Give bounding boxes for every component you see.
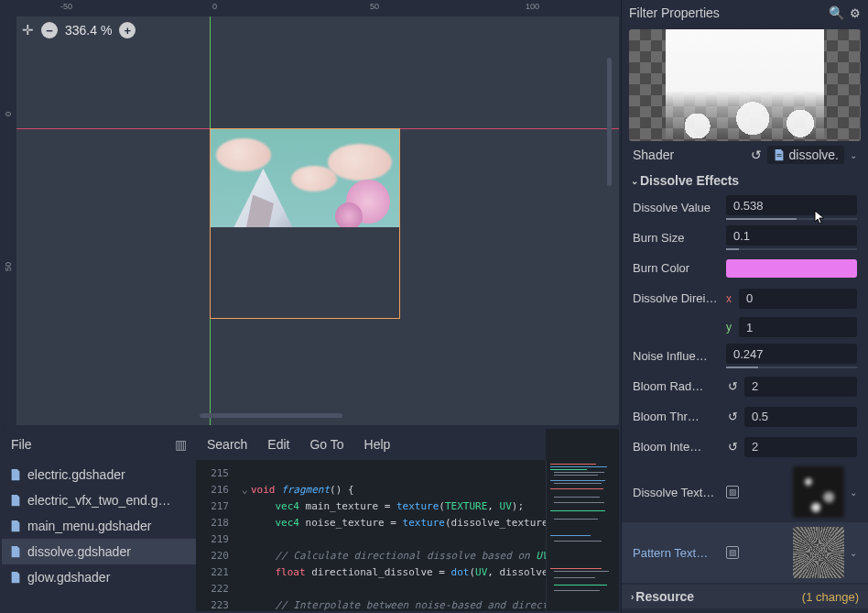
reset-icon[interactable]: ↺ [751, 148, 762, 162]
shader-file-icon [9, 494, 22, 507]
dissolve-texture-thumb[interactable] [793, 466, 844, 518]
inspector-panel: Filter Properties 🔍 ⚙ Shader ↺ dissolve.… [621, 0, 868, 613]
script-editor: File ▥ electric.gdshaderelectric_vfx_two… [2, 429, 619, 611]
viewport-2d[interactable]: -50 0 50 100 0 50 [2, 2, 619, 425]
script-file-item[interactable]: electric.gdshader [2, 462, 196, 487]
prop-label-bloom-intensity: Bloom Inte… [633, 440, 721, 454]
texture-preview [629, 29, 861, 141]
reset-icon[interactable]: ↺ [726, 410, 739, 423]
canvas-selected-sprite[interactable] [210, 128, 400, 319]
shader-file-icon [9, 468, 22, 481]
script-menu-bar: File ▥ [2, 429, 196, 460]
noise-influence-slider[interactable] [726, 367, 857, 368]
shader-property-label: Shader [633, 148, 745, 162]
chevron-down-icon[interactable]: ⌄ [850, 548, 857, 558]
burn-size-slider[interactable] [726, 248, 857, 250]
burn-color-picker[interactable] [726, 259, 857, 278]
reset-icon[interactable]: ↺ [726, 440, 739, 454]
prop-label-dissolve-value: Dissolve Value [633, 201, 721, 214]
dissolve-value-input[interactable] [726, 195, 857, 215]
script-file-item[interactable]: electric_vfx_two_end.g… [2, 487, 196, 513]
bloom-radius-input[interactable] [744, 377, 857, 397]
zoom-out-button[interactable]: − [41, 22, 58, 38]
reset-icon[interactable]: ↺ [726, 379, 739, 393]
dissolve-dir-y-input[interactable] [739, 317, 857, 337]
edit-texture-icon[interactable]: ▧ [726, 486, 739, 498]
prop-label-pattern-texture: Pattern Text… [633, 546, 721, 560]
burn-size-input[interactable] [726, 225, 857, 246]
zoom-level[interactable]: 336.4 % [65, 23, 112, 38]
prop-label-dissolve-direction: Dissolve Direi… [633, 291, 721, 305]
menu-edit[interactable]: Edit [267, 437, 289, 452]
prop-label-burn-color: Burn Color [633, 261, 721, 275]
search-icon[interactable]: 🔍 [829, 5, 844, 20]
script-file-list: electric.gdshaderelectric_vfx_two_end.g…… [2, 460, 196, 611]
chevron-down-icon[interactable]: ⌄ [850, 150, 857, 160]
menu-help[interactable]: Help [364, 437, 391, 452]
viewport-scrollbar-vertical[interactable] [607, 58, 612, 186]
shader-file-icon [9, 571, 22, 584]
viewport-scrollbar-horizontal[interactable] [200, 413, 342, 418]
prop-label-bloom-radius: Bloom Rad… [633, 379, 721, 393]
prop-label-bloom-threshold: Bloom Thr… [633, 410, 721, 423]
prop-label-burn-size: Burn Size [633, 231, 721, 245]
script-file-item[interactable]: dissolve.gdshader [2, 539, 196, 564]
section-dissolve-effects[interactable]: ⌄Dissolve Effects [622, 169, 868, 192]
resource-changes-badge: (1 change) [802, 590, 859, 604]
shader-resource-picker[interactable]: dissolve. [767, 146, 844, 164]
menu-file[interactable]: File [11, 437, 32, 452]
ruler-vertical: 0 50 [2, 16, 16, 425]
menu-goto[interactable]: Go To [309, 437, 343, 452]
edit-texture-icon[interactable]: ▧ [726, 546, 739, 559]
script-file-item[interactable]: main_menu.gdshader [2, 513, 196, 539]
center-view-icon[interactable]: ✛ [22, 22, 34, 38]
ruler-horizontal: -50 0 50 100 [16, 2, 619, 16]
shader-file-icon [9, 545, 22, 558]
vec-y-label: y [726, 321, 735, 334]
dissolve-dir-x-input[interactable] [739, 289, 857, 309]
section-resource[interactable]: › Resource (1 change) [622, 585, 868, 608]
zoom-in-button[interactable]: + [119, 22, 136, 38]
chevron-down-icon[interactable]: ⌄ [850, 487, 857, 498]
line-gutter: 215216217218219220221222223 [196, 460, 236, 611]
filter-icon[interactable]: ⚙ [850, 6, 861, 20]
prop-label-noise-influence: Noise Influe… [633, 349, 721, 363]
prop-label-dissolve-texture: Dissolve Text… [633, 486, 721, 499]
script-file-item[interactable]: glow.gdshader [2, 564, 196, 590]
bloom-threshold-input[interactable] [744, 407, 857, 427]
shader-file-icon [9, 520, 22, 532]
panel-layout-icon[interactable]: ▥ [175, 437, 187, 452]
code-minimap[interactable] [546, 460, 619, 611]
inspector-title: Filter Properties [629, 5, 823, 20]
bloom-intensity-input[interactable] [744, 437, 857, 457]
vec-x-label: x [726, 292, 735, 305]
pattern-texture-thumb[interactable] [793, 527, 844, 578]
noise-influence-input[interactable] [726, 344, 857, 364]
dissolve-value-slider[interactable] [726, 218, 857, 220]
menu-search[interactable]: Search [207, 437, 247, 452]
shader-file-icon [773, 148, 786, 161]
